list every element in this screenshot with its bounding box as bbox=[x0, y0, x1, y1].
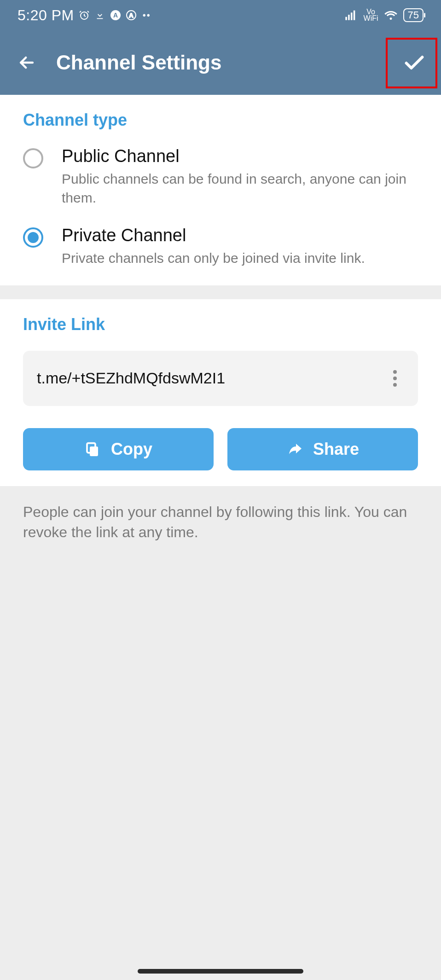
svg-text:A: A bbox=[129, 12, 133, 19]
radio-inner-dot bbox=[28, 232, 39, 243]
status-right: Vo WiFi 75 bbox=[344, 8, 424, 22]
wifi-icon bbox=[384, 8, 398, 22]
section-divider bbox=[0, 285, 441, 299]
radio-label: Public Channel bbox=[62, 146, 418, 166]
download-icon bbox=[94, 10, 105, 21]
vowifi-label: Vo WiFi bbox=[364, 9, 378, 22]
invite-link-more-button[interactable] bbox=[386, 369, 404, 388]
radio-private-channel[interactable]: Private Channel Private channels can onl… bbox=[23, 226, 418, 268]
radio-desc: Private channels can only be joined via … bbox=[62, 249, 365, 268]
svg-rect-7 bbox=[351, 12, 353, 20]
radio-text: Private Channel Private channels can onl… bbox=[62, 226, 365, 268]
svg-text:A: A bbox=[113, 12, 118, 19]
radio-text: Public Channel Public channels can be fo… bbox=[62, 146, 418, 207]
radio-icon-selected bbox=[23, 227, 43, 248]
arrow-left-icon bbox=[17, 52, 37, 73]
radio-public-channel[interactable]: Public Channel Public channels can be fo… bbox=[23, 146, 418, 207]
back-button[interactable] bbox=[8, 44, 45, 81]
confirm-button[interactable] bbox=[396, 44, 433, 81]
channel-type-section: Channel type Public Channel Public chann… bbox=[0, 95, 441, 285]
share-button[interactable]: Share bbox=[227, 428, 418, 470]
home-indicator bbox=[138, 969, 303, 974]
svg-rect-5 bbox=[345, 17, 347, 20]
status-bar: 5:20 PM A A •• Vo WiFi 75 bbox=[0, 0, 441, 30]
invite-footer-note: People can join your channel by followin… bbox=[0, 486, 441, 559]
app-bar: Channel Settings bbox=[0, 30, 441, 95]
copy-label: Copy bbox=[111, 440, 152, 459]
copy-icon bbox=[84, 441, 101, 458]
circle-a-icon: A bbox=[110, 10, 121, 21]
circle-a-outline-icon: A bbox=[126, 10, 137, 21]
radio-icon bbox=[23, 148, 43, 168]
copy-button[interactable]: Copy bbox=[23, 428, 214, 470]
status-left: 5:20 PM A A •• bbox=[17, 7, 152, 24]
alarm-icon bbox=[79, 10, 90, 21]
invite-link-text: t.me/+tSEZhdMQfdswM2I1 bbox=[37, 369, 225, 387]
radio-desc: Public channels can be found in search, … bbox=[62, 170, 418, 207]
status-time: 5:20 PM bbox=[17, 7, 74, 24]
channel-type-header: Channel type bbox=[23, 110, 418, 130]
more-notifications-icon: •• bbox=[141, 10, 152, 21]
invite-link-section: Invite Link t.me/+tSEZhdMQfdswM2I1 Copy … bbox=[0, 299, 441, 486]
share-label: Share bbox=[313, 440, 359, 459]
invite-button-row: Copy Share bbox=[23, 428, 418, 470]
svg-rect-6 bbox=[348, 15, 350, 20]
battery-indicator: 75 bbox=[403, 8, 424, 22]
signal-icon bbox=[344, 8, 358, 22]
svg-rect-9 bbox=[90, 447, 98, 456]
share-icon bbox=[286, 441, 303, 458]
dot-icon bbox=[393, 383, 397, 387]
svg-rect-8 bbox=[353, 11, 355, 20]
radio-label: Private Channel bbox=[62, 226, 365, 245]
vowifi-bottom: WiFi bbox=[364, 15, 378, 22]
invite-link-header: Invite Link bbox=[23, 315, 418, 334]
invite-link-box[interactable]: t.me/+tSEZhdMQfdswM2I1 bbox=[23, 351, 418, 406]
page-title: Channel Settings bbox=[56, 51, 221, 74]
checkmark-icon bbox=[402, 51, 426, 75]
dot-icon bbox=[393, 370, 397, 374]
dot-icon bbox=[393, 377, 397, 380]
